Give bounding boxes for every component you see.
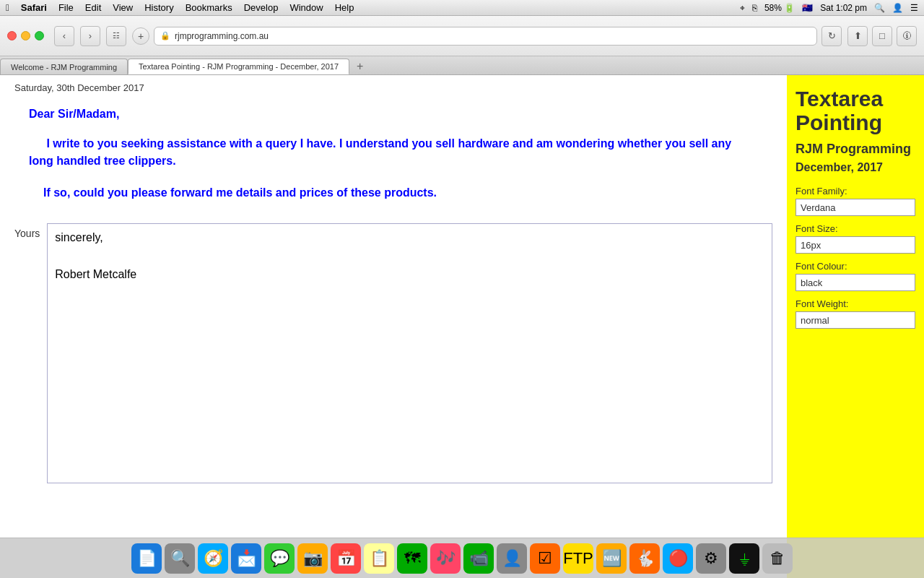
dock-facetime[interactable]: 📹 bbox=[463, 543, 494, 574]
dock-firefox[interactable]: 🐇 bbox=[629, 543, 660, 574]
menu-bar-right: ⌖ ⎘ 58% 🔋 🇦🇺 Sat 1:02 pm 🔍 👤 ☰ bbox=[740, 3, 918, 13]
dock-maps[interactable]: 🗺 bbox=[397, 543, 427, 574]
new-tab-icon[interactable]: + bbox=[349, 60, 370, 73]
bluetooth-icon: ⎘ bbox=[752, 3, 757, 13]
tab-welcome[interactable]: Welcome - RJM Programming bbox=[0, 59, 128, 74]
dock-messages[interactable]: 💬 bbox=[264, 543, 295, 574]
traffic-lights bbox=[7, 31, 44, 40]
reload-button[interactable]: ↻ bbox=[821, 26, 842, 46]
font-weight-input[interactable] bbox=[796, 311, 915, 329]
maximize-button[interactable] bbox=[35, 31, 44, 40]
dock-system-prefs[interactable]: ⚙ bbox=[696, 543, 726, 574]
font-family-label: Font Family: bbox=[796, 186, 915, 197]
clock: Sat 1:02 pm bbox=[820, 3, 867, 13]
para1-text: I write to you seeking assistance with a… bbox=[29, 137, 731, 167]
dock-spotlight[interactable]: 🔍 bbox=[165, 543, 195, 574]
dock-mail[interactable]: 📩 bbox=[231, 543, 261, 574]
dock-finder[interactable]: 📄 bbox=[131, 543, 162, 574]
apple-menu[interactable]:  bbox=[6, 2, 9, 13]
tab-textarea-label: Textarea Pointing - RJM Programming - De… bbox=[139, 62, 339, 71]
new-tab-button[interactable]: □ bbox=[872, 26, 892, 46]
dock-calendar[interactable]: 📅 bbox=[331, 543, 361, 574]
search-icon[interactable]: 🔍 bbox=[874, 3, 885, 13]
menu-safari[interactable]: Safari bbox=[21, 2, 47, 13]
new-tab-plus-button[interactable]: + bbox=[132, 27, 149, 45]
dock-contacts[interactable]: 👤 bbox=[497, 543, 527, 574]
tabs-bar: Welcome - RJM Programming Textarea Point… bbox=[0, 56, 924, 75]
dock-vlc[interactable]: 🆕 bbox=[596, 543, 627, 574]
battery-icon: 58% 🔋 bbox=[764, 3, 795, 13]
menu-view[interactable]: View bbox=[113, 2, 133, 13]
dock-trash[interactable]: 🗑 bbox=[762, 543, 793, 574]
browser-toolbar-right: ⬆ □ 🛈 bbox=[847, 26, 917, 46]
menu-bar:  Safari File Edit View History Bookmark… bbox=[0, 0, 924, 16]
paragraph-2: If so, could you please forward me detai… bbox=[29, 184, 758, 202]
forward-button[interactable]: › bbox=[80, 26, 100, 46]
menu-develop[interactable]: Develop bbox=[244, 2, 279, 13]
dock-notes[interactable]: 📋 bbox=[364, 543, 394, 574]
font-weight-label: Font Weight: bbox=[796, 298, 915, 309]
dock-safari[interactable]: 🧭 bbox=[198, 543, 228, 574]
font-colour-input[interactable] bbox=[796, 274, 915, 291]
address-bar[interactable]: 🔒 rjmprogramming.com.au bbox=[154, 27, 817, 46]
menu-history[interactable]: History bbox=[144, 2, 173, 13]
wifi-icon: ⌖ bbox=[740, 3, 745, 13]
dock-reminders[interactable]: ☑ bbox=[530, 543, 560, 574]
menu-bookmarks[interactable]: Bookmarks bbox=[186, 2, 232, 13]
dock-music[interactable]: 🎶 bbox=[430, 543, 461, 574]
dock: 📄 🔍 🧭 📩 💬 📷 📅 📋 🗺 🎶 📹 👤 ☑ FTP 🆕 🐇 🔴 ⚙ ⏚ … bbox=[0, 538, 924, 578]
sidebar: TextareaPointing RJM Programming Decembe… bbox=[787, 75, 924, 578]
sidebar-subtitle: RJM Programming bbox=[796, 142, 915, 157]
flag-icon: 🇦🇺 bbox=[802, 3, 813, 13]
signature-textarea[interactable]: sincerely, Robert Metcalfe bbox=[47, 223, 772, 483]
paragraph-1: I write to you seeking assistance with a… bbox=[29, 135, 758, 170]
font-size-input[interactable] bbox=[796, 236, 915, 254]
dock-chrome[interactable]: 🔴 bbox=[663, 543, 693, 574]
date-header: Saturday, 30th December 2017 bbox=[14, 82, 772, 93]
menu-window[interactable]: Window bbox=[289, 2, 323, 13]
share-button[interactable]: ⬆ bbox=[847, 26, 868, 46]
sidebar-title: TextareaPointing bbox=[796, 87, 915, 134]
yours-label: Yours bbox=[14, 223, 40, 239]
signature-area: Yours sincerely, Robert Metcalfe bbox=[14, 223, 772, 483]
sidebar-toggle-button[interactable]: ☷ bbox=[106, 26, 126, 46]
sidebar-month: December, 2017 bbox=[796, 161, 915, 174]
tab-textarea-pointing[interactable]: Textarea Pointing - RJM Programming - De… bbox=[128, 59, 349, 74]
font-colour-label: Font Colour: bbox=[796, 261, 915, 272]
dock-ftp[interactable]: FTP bbox=[563, 543, 593, 574]
font-family-input[interactable] bbox=[796, 199, 915, 216]
show-tabs-button[interactable]: 🛈 bbox=[897, 26, 917, 46]
font-size-label: Font Size: bbox=[796, 223, 915, 234]
main-content: Saturday, 30th December 2017 Dear Sir/Ma… bbox=[0, 75, 787, 578]
letter-body: Dear Sir/Madam, I write to you seeking a… bbox=[14, 108, 772, 202]
user-icon[interactable]: 👤 bbox=[892, 3, 903, 13]
minimize-button[interactable] bbox=[21, 31, 30, 40]
hamburger-icon[interactable]: ☰ bbox=[910, 3, 918, 13]
lock-icon: 🔒 bbox=[160, 31, 170, 40]
salutation: Dear Sir/Madam, bbox=[29, 108, 758, 121]
url-text: rjmprogramming.com.au bbox=[175, 31, 269, 41]
close-button[interactable] bbox=[7, 31, 17, 40]
page-container: Saturday, 30th December 2017 Dear Sir/Ma… bbox=[0, 75, 924, 578]
dock-photos[interactable]: 📷 bbox=[297, 543, 328, 574]
dock-terminal[interactable]: ⏚ bbox=[729, 543, 759, 574]
back-button[interactable]: ‹ bbox=[54, 26, 74, 46]
browser-chrome: ‹ › ☷ + 🔒 rjmprogramming.com.au ↻ ⬆ □ 🛈 bbox=[0, 16, 924, 56]
address-bar-container: + 🔒 rjmprogramming.com.au ↻ bbox=[132, 26, 842, 46]
menu-help[interactable]: Help bbox=[335, 2, 354, 13]
menu-file[interactable]: File bbox=[58, 2, 74, 13]
tab-welcome-label: Welcome - RJM Programming bbox=[11, 63, 117, 72]
menu-edit[interactable]: Edit bbox=[85, 2, 101, 13]
